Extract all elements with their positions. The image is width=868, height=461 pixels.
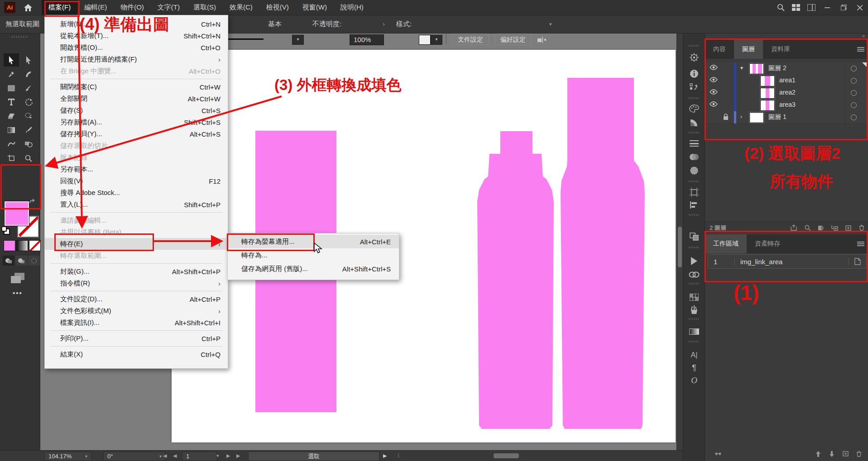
actions-panel-icon[interactable]	[689, 256, 700, 266]
file-menu-close-all[interactable]: 全部關閉Alt+Ctrl+W	[45, 93, 228, 105]
collapsed-chevron-icon[interactable]: ›	[740, 114, 742, 120]
layer-thumbnail[interactable]	[749, 112, 764, 123]
tab-layers[interactable]: 圖層	[734, 40, 763, 59]
visibility-eye-icon[interactable]	[710, 101, 718, 107]
brushes-panel-icon[interactable]	[689, 304, 700, 315]
restore-button[interactable]	[835, 0, 852, 15]
file-menu-document-color-mode[interactable]: 文件色彩模式(M)›	[45, 305, 228, 317]
visibility-eye-icon[interactable]	[710, 65, 718, 70]
type-tool[interactable]	[4, 95, 19, 109]
clipping-mask-icon[interactable]	[814, 225, 828, 231]
style-dropdown[interactable]: ▾	[431, 35, 442, 45]
move-down-icon[interactable]	[825, 451, 839, 457]
gradient-panel-icon[interactable]	[689, 326, 700, 337]
visibility-eye-icon[interactable]	[710, 77, 718, 82]
save-for-web-item[interactable]: 儲存為網頁用 (舊版)...Alt+Shift+Ctrl+S	[228, 262, 399, 276]
layer-row-area2[interactable]: area2	[705, 87, 868, 100]
style-swatch[interactable]	[419, 35, 431, 45]
pen-tool[interactable]	[4, 67, 19, 81]
tab-asset-export[interactable]: 資產轉存	[747, 234, 788, 253]
file-menu-save-copy[interactable]: 儲存拷貝(Y)...Alt+Ctrl+S	[45, 128, 228, 140]
menu-view[interactable]: 檢視(V)	[259, 0, 296, 15]
artboard-page-icon[interactable]	[849, 258, 866, 265]
opentype-panel-icon[interactable]: O	[689, 375, 700, 386]
draw-behind-mode[interactable]	[15, 256, 27, 266]
file-menu-scripts[interactable]: 指令檔(R)›	[45, 277, 228, 289]
file-menu-export[interactable]: 轉存(E)›	[45, 238, 228, 250]
properties-panel-icon[interactable]	[689, 52, 700, 63]
rotation-select[interactable]: 0° ▾	[103, 451, 166, 461]
none-mode-button[interactable]	[29, 240, 41, 251]
arrange-documents-icon[interactable]	[804, 0, 819, 15]
toolbar-drag-handle[interactable]	[12, 36, 28, 38]
search-icon[interactable]	[773, 0, 788, 15]
dock-drag-handle[interactable]	[689, 247, 700, 248]
layer-thumbnail[interactable]	[760, 100, 775, 111]
file-menu-open-recent[interactable]: 打開最近使用過的檔案(F)›	[45, 53, 228, 65]
delete-layer-icon[interactable]	[855, 225, 868, 231]
file-menu-new-from-template[interactable]: 從範本新增(T)...Shift+Ctrl+N	[45, 30, 228, 42]
file-menu-place[interactable]: 置入(L)...Shift+Ctrl+P	[45, 199, 228, 210]
menu-help[interactable]: 說明(H)	[334, 0, 370, 15]
horizontal-scrollbar-thumb[interactable]	[494, 453, 519, 458]
prev-page-icon[interactable]: ◀	[173, 451, 177, 460]
expand-chevron-icon[interactable]: ▾	[740, 65, 743, 71]
layer-row-area1[interactable]: area1	[705, 75, 868, 87]
new-layer-icon[interactable]	[841, 225, 855, 231]
first-page-icon[interactable]: ◀	[163, 451, 167, 460]
rectangle-tool[interactable]	[4, 81, 19, 95]
dock-drag-handle[interactable]	[689, 97, 700, 99]
shape-area3-bottle[interactable]	[561, 78, 645, 429]
dock-drag-handle[interactable]	[689, 341, 700, 342]
color-mode-button[interactable]	[4, 240, 15, 251]
dock-drag-handle[interactable]	[689, 45, 700, 47]
file-menu-file-info[interactable]: 檔案資訊(I)...Alt+Shift+Ctrl+I	[45, 317, 228, 328]
zoom-tool[interactable]	[21, 152, 36, 165]
lock-icon[interactable]	[723, 114, 729, 120]
layer-thumbnail[interactable]	[760, 88, 775, 99]
collapse-left-icon[interactable]: 〈	[395, 451, 400, 460]
file-menu-open[interactable]: 開啟舊檔(O)...Ctrl+O	[45, 42, 228, 53]
vertical-scrollbar[interactable]	[676, 33, 683, 450]
dock-drag-handle[interactable]	[689, 132, 700, 133]
layer-row-layer1[interactable]: › 圖層 1	[705, 111, 868, 124]
layer-row-area3[interactable]: area3	[705, 99, 868, 112]
layer-thumbnail[interactable]	[760, 76, 775, 86]
file-menu-save[interactable]: 儲存(S)Ctrl+S	[45, 105, 228, 116]
artboards-panel-icon[interactable]	[689, 187, 700, 198]
layer-row-layer2[interactable]: ▾ 圖層 2	[705, 62, 868, 75]
color-panel-icon[interactable]	[689, 103, 700, 114]
gradient-tool[interactable]	[4, 124, 19, 137]
menu-edit[interactable]: 編輯(E)	[77, 0, 114, 15]
new-sublayer-icon[interactable]	[828, 225, 841, 231]
layer-name[interactable]: area3	[779, 101, 796, 108]
pathfinder-panel-icon[interactable]	[689, 231, 700, 242]
layer-name[interactable]: 圖層 2	[768, 64, 786, 72]
menu-select[interactable]: 選取(S)	[187, 0, 223, 15]
appearance-panel-icon[interactable]	[689, 165, 700, 176]
gradient-mode-button[interactable]	[16, 240, 28, 251]
tab-properties[interactable]: 內容	[705, 40, 734, 59]
export-as-item[interactable]: 轉存為...	[228, 248, 399, 262]
eraser-tool[interactable]	[4, 109, 19, 123]
artboard-tool[interactable]	[4, 152, 19, 165]
close-button[interactable]	[852, 0, 868, 15]
next-page-icon[interactable]: ▶	[226, 451, 230, 460]
vertical-scrollbar-thumb[interactable]	[678, 227, 682, 267]
align-dropdown[interactable]: ▾	[549, 15, 552, 33]
move-up-icon[interactable]	[811, 451, 825, 457]
layer-name[interactable]: 圖層 1	[768, 113, 786, 121]
menu-type[interactable]: 文字(T)	[151, 0, 187, 15]
export-for-screens-item[interactable]: 轉存為螢幕適用...Alt+Ctrl+E	[228, 235, 399, 248]
width-tool[interactable]	[4, 138, 19, 151]
zoom-level-select[interactable]: 104.17% ▾	[44, 451, 91, 461]
direct-selection-tool[interactable]	[21, 53, 36, 67]
fill-color-swatch[interactable]	[5, 201, 29, 226]
stroke-style-dropdown[interactable]: ▾	[292, 35, 304, 45]
character-panel-icon[interactable]: A|	[689, 350, 700, 361]
info-panel-icon[interactable]	[689, 68, 700, 79]
layer-name[interactable]: area1	[779, 76, 796, 84]
paragraph-panel-icon[interactable]: ¶	[689, 362, 700, 373]
artboard-name[interactable]: img_link_area	[734, 258, 849, 266]
artboards-panel-menu-icon[interactable]	[853, 234, 868, 253]
